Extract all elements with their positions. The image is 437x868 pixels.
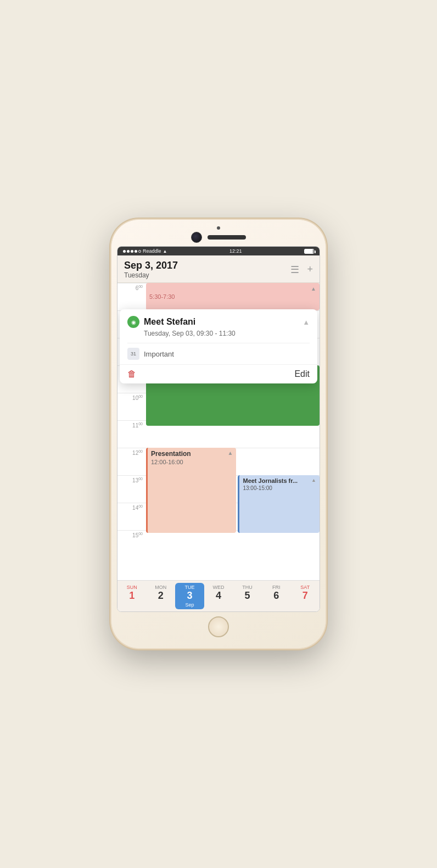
time-label-11: 1100 [117, 421, 146, 429]
week-day-name-5: Thu [242, 585, 253, 590]
popup-calendar-name: Important [144, 350, 174, 358]
week-day-6[interactable]: Fri6 [262, 583, 291, 609]
week-day-name-4: Wed [213, 585, 225, 590]
week-day-name-6: Fri [272, 585, 281, 590]
week-day-2[interactable]: Mon2 [147, 583, 176, 609]
time-label-10: 1000 [117, 393, 146, 401]
header-day-label: Tuesday [124, 271, 178, 279]
header-actions: ☰ + [290, 264, 313, 276]
time-label-6: 600 [117, 283, 146, 291]
popup-bell-icon: ▲ [302, 318, 310, 326]
popup-actions: 🗑 Edit [120, 364, 317, 383]
calendar-area: 600 7 8 9 10 [117, 283, 320, 611]
popup-body: Meet Stefani ▲ Tuesday, Sep 03, 09:30 - … [120, 309, 317, 364]
calendar-icon: 31 [127, 348, 139, 360]
signal-dot-2 [127, 250, 130, 253]
week-day-7[interactable]: Sat7 [290, 583, 320, 609]
carrier-label: Readdle [143, 248, 161, 254]
time-label-12: 1200 [117, 448, 146, 456]
battery-fill [305, 249, 313, 253]
time-grid: 600 7 8 9 10 [117, 283, 320, 580]
wifi-icon: ▲ [163, 249, 167, 254]
week-day-sub-3: Sep [185, 602, 194, 608]
event-salmon-time: 12:00-16:00 [151, 459, 233, 465]
time-label-15: 1500 [117, 531, 146, 538]
week-day-num-1: 1 [129, 590, 135, 602]
phone-frame: Readdle ▲ 12:21 Sep 3, 2017 Tuesday ☰ + [111, 220, 326, 648]
week-day-num-7: 7 [302, 590, 308, 602]
popup-title-left: Meet Stefani [127, 316, 195, 328]
time-content-15 [146, 531, 320, 558]
phone-top-bar [191, 232, 246, 243]
popup-location-icon [127, 316, 139, 328]
week-day-num-5: 5 [245, 590, 250, 602]
timeline: 600 7 8 9 10 [117, 283, 320, 580]
add-button[interactable]: + [307, 264, 313, 275]
phone-screen: Readdle ▲ 12:21 Sep 3, 2017 Tuesday ☰ + [117, 246, 320, 612]
header-date: Sep 3, 2017 Tuesday [124, 260, 178, 279]
signal-dot-1 [123, 250, 126, 253]
event-blue-title: Meet Jornalists fr... [243, 477, 298, 484]
earpiece [208, 235, 246, 240]
week-day-name-3: Tue [184, 585, 194, 590]
week-day-name-7: Sat [300, 585, 310, 590]
week-day-num-6: 6 [273, 590, 279, 602]
event-early-time: 5:30-7:30 [149, 293, 175, 300]
signal-dot-5 [138, 250, 141, 253]
week-day-num-3: 3 [187, 590, 192, 602]
delete-button[interactable]: 🗑 [127, 369, 136, 379]
week-day-name-1: Sun [127, 585, 137, 590]
week-day-3[interactable]: Tue3Sep [175, 583, 204, 609]
popup-event-name: Meet Stefani [144, 317, 195, 327]
week-day-num-2: 2 [158, 590, 164, 602]
event-early[interactable]: 5:30-7:30 ▲ [146, 283, 320, 310]
popup-datetime: Tuesday, Sep 03, 09:30 - 11:30 [144, 330, 310, 337]
time-label-14: 1400 [117, 503, 146, 511]
week-day-5[interactable]: Thu5 [233, 583, 262, 609]
status-bar: Readdle ▲ 12:21 [117, 247, 320, 255]
week-day-num-4: 4 [216, 590, 221, 602]
time-row-15: 1500 [117, 530, 320, 558]
event-salmon-title: Presentation [151, 450, 191, 458]
event-salmon[interactable]: Presentation ▲ 12:00-16:00 [146, 448, 236, 533]
time-label-13: 1300 [117, 476, 146, 483]
header-date-title: Sep 3, 2017 [124, 260, 178, 271]
battery-icon [304, 249, 314, 254]
week-day-name-2: Mon [155, 585, 166, 590]
alert-icon-early: ▲ [311, 286, 316, 292]
app-header: Sep 3, 2017 Tuesday ☰ + [117, 255, 320, 283]
event-popup[interactable]: Meet Stefani ▲ Tuesday, Sep 03, 09:30 - … [120, 309, 317, 383]
week-day-1[interactable]: Sun1 [117, 583, 147, 609]
home-button[interactable] [208, 616, 229, 637]
signal-dots [123, 250, 141, 253]
event-blue-time: 13:00-15:00 [243, 485, 316, 491]
front-camera [191, 232, 202, 243]
week-day-4[interactable]: Wed4 [204, 583, 233, 609]
edit-button[interactable]: Edit [294, 369, 310, 379]
alert-icon-salmon: ▲ [227, 450, 233, 456]
signal-dot-4 [135, 250, 137, 253]
alert-icon-blue: ▲ [311, 477, 316, 483]
signal-dot-3 [131, 250, 133, 253]
front-camera-dot [217, 226, 220, 230]
week-bar: Sun1Mon2Tue3SepWed4Thu5Fri6Sat7 [117, 580, 320, 611]
event-blue[interactable]: Meet Jornalists fr... ▲ 13:00-15:00 [238, 475, 320, 533]
menu-button[interactable]: ☰ [290, 264, 299, 276]
popup-title-row: Meet Stefani ▲ [127, 316, 310, 328]
status-left: Readdle ▲ [123, 248, 167, 254]
popup-calendar-row: 31 Important [127, 343, 310, 364]
time-label: 12:21 [229, 248, 242, 254]
